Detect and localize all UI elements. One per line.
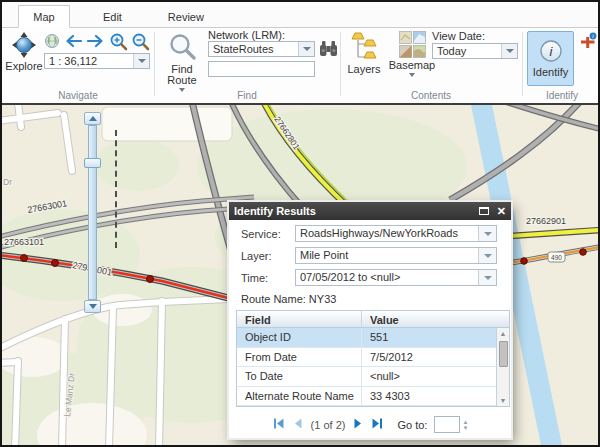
next-page-button[interactable] <box>352 417 364 432</box>
ribbon: Explore <box>2 28 598 103</box>
layer-label: Layer: <box>241 250 295 262</box>
identify-info-icon: i <box>539 39 563 67</box>
view-date-value: Today <box>433 44 501 58</box>
explore-button[interactable]: Explore <box>6 31 42 72</box>
scroll-up-icon[interactable]: ▲ <box>500 328 507 339</box>
goto-spinner[interactable]: ▲ ▼ <box>462 416 468 433</box>
layers-toc-icon <box>351 31 377 64</box>
table-row[interactable]: Alternate Route Name 33 4303 <box>237 387 496 407</box>
value-cell: 33 4303 <box>361 387 496 406</box>
layer-value: Mile Point <box>296 248 478 263</box>
pagination-bar: (1 of 2) Go to: ▲ <box>229 416 511 433</box>
back-extent-button[interactable] <box>63 34 83 50</box>
scale-dropdown-arrow[interactable] <box>133 54 149 68</box>
service-dropdown-arrow[interactable] <box>478 226 496 241</box>
table-row[interactable]: Object ID 551 <box>237 328 496 348</box>
zoom-slider[interactable] <box>84 112 101 313</box>
find-route-magnifier-icon <box>167 32 197 64</box>
layers-button[interactable]: Layers <box>346 31 382 75</box>
zoom-out-icon <box>131 32 150 53</box>
route-name-text: Route Name: NY33 <box>241 293 511 305</box>
scrollbar-thumb[interactable] <box>499 341 508 367</box>
value-cell: 551 <box>361 328 496 347</box>
service-value: RoadsHighways/NewYorkRoads <box>296 226 478 241</box>
last-page-button[interactable] <box>371 417 384 432</box>
table-row[interactable]: From Date 7/5/2012 <box>237 348 496 368</box>
value-cell: <null> <box>361 367 496 386</box>
time-combobox[interactable]: 07/05/2012 to <null> <box>295 269 497 286</box>
binoculars-icon <box>319 40 338 59</box>
find-route-label: Find Route <box>165 64 199 86</box>
basemap-label: Basemap <box>389 60 435 71</box>
map-label-dr: Dr <box>3 177 12 187</box>
tab-review[interactable]: Review <box>155 6 217 29</box>
field-column-header: Field <box>237 311 361 327</box>
goto-label: Go to: <box>397 419 427 431</box>
attribute-table-header: Field Value <box>237 311 509 328</box>
view-date-dropdown-arrow[interactable] <box>501 44 517 58</box>
zoom-slider-ticks <box>115 130 117 248</box>
forward-arrow-icon <box>86 34 106 50</box>
route-shield: 490 <box>548 252 565 262</box>
full-extent-button[interactable] <box>44 33 60 51</box>
map-view[interactable]: 490 27663001 27663101 27935001 27662901 … <box>2 105 598 445</box>
search-routes-button[interactable] <box>319 40 338 59</box>
scale-value: 1 : 36,112 <box>45 54 133 68</box>
service-label: Service: <box>241 228 295 240</box>
layers-label: Layers <box>347 64 380 75</box>
find-route-button[interactable]: Find Route <box>160 32 204 92</box>
table-scrollbar[interactable]: ▲ ▼ <box>496 328 509 406</box>
field-cell: To Date <box>237 367 361 386</box>
application-window: Map Edit Review Explore <box>0 0 600 447</box>
identify-results-dialog: Identify Results ✕ Service: RoadsHighway… <box>229 202 511 438</box>
network-lrm-label: Network (LRM): <box>208 29 285 41</box>
zoom-slider-track[interactable] <box>88 125 97 300</box>
tab-edit[interactable]: Edit <box>88 6 136 29</box>
zoom-slider-up-button[interactable] <box>84 112 101 125</box>
goto-page-input[interactable] <box>434 416 460 433</box>
map-label-27662901: 27662901 <box>526 216 566 226</box>
value-column-header: Value <box>361 311 509 327</box>
table-row[interactable]: To Date <null> <box>237 367 496 387</box>
identify-route-tool-button[interactable]: i <box>579 32 597 52</box>
spinner-down-icon[interactable]: ▼ <box>462 425 468 431</box>
zoom-slider-thumb[interactable] <box>84 158 101 168</box>
maximize-icon[interactable] <box>479 207 489 215</box>
service-combobox[interactable]: RoadsHighways/NewYorkRoads <box>295 225 497 242</box>
tab-map[interactable]: Map <box>18 5 70 28</box>
view-date-combobox[interactable]: Today <box>432 43 518 59</box>
previous-page-button[interactable] <box>292 417 304 432</box>
layer-combobox[interactable]: Mile Point <box>295 247 497 264</box>
group-label-identify: Identify <box>522 90 600 101</box>
identify-button[interactable]: i Identify <box>527 31 574 86</box>
first-page-button[interactable] <box>272 417 285 432</box>
time-dropdown-arrow[interactable] <box>478 270 496 285</box>
field-cell: From Date <box>237 348 361 367</box>
network-dropdown-arrow[interactable] <box>298 42 314 56</box>
close-icon[interactable]: ✕ <box>497 206 506 216</box>
network-combobox[interactable]: StateRoutes <box>208 41 315 57</box>
explore-label: Explore <box>5 61 42 72</box>
network-value: StateRoutes <box>209 42 298 56</box>
basemap-dropdown-arrow[interactable] <box>409 73 415 77</box>
scale-combobox[interactable]: 1 : 36,112 <box>44 53 150 69</box>
zoom-in-button[interactable] <box>109 32 128 53</box>
map-parcel <box>102 107 232 141</box>
dialog-titlebar[interactable]: Identify Results ✕ <box>229 202 511 220</box>
group-label-contents: Contents <box>340 90 522 101</box>
dialog-title: Identify Results <box>234 205 479 217</box>
zoom-out-button[interactable] <box>131 32 150 53</box>
map-label-27663101: 27663101 <box>4 237 44 247</box>
time-value: 07/05/2012 to <null> <box>296 270 478 285</box>
ribbon-tab-strip: Map Edit Review <box>2 2 598 28</box>
route-input[interactable] <box>208 61 315 77</box>
group-separator <box>340 32 341 96</box>
basemap-button[interactable]: Basemap <box>388 31 436 77</box>
group-label-find: Find <box>154 90 340 101</box>
zoom-slider-down-button[interactable] <box>84 300 101 313</box>
scroll-down-icon[interactable]: ▼ <box>500 395 507 406</box>
view-date-label: View Date: <box>432 30 485 42</box>
layer-dropdown-arrow[interactable] <box>478 248 496 263</box>
forward-extent-button[interactable] <box>86 34 106 50</box>
group-separator <box>154 32 155 96</box>
